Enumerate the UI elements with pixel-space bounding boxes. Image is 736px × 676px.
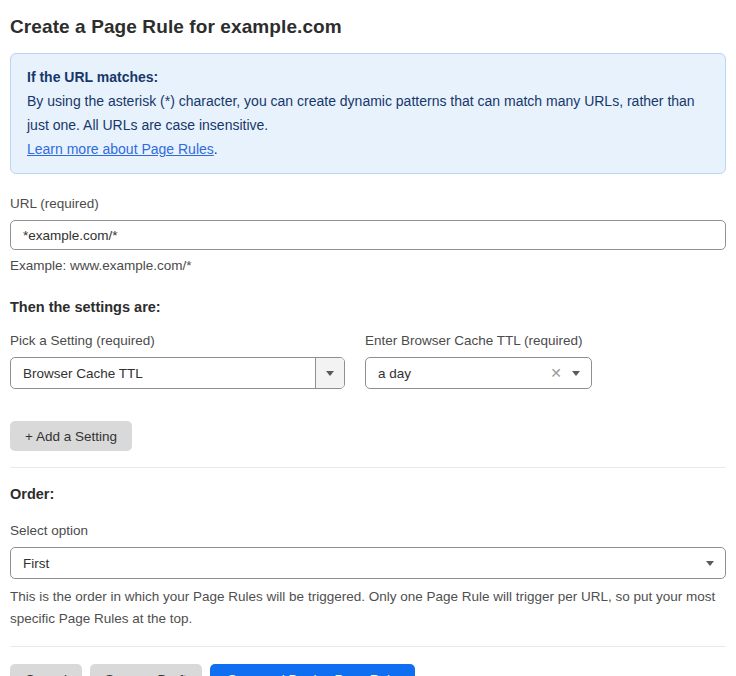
page-title: Create a Page Rule for example.com — [10, 16, 726, 38]
order-heading: Order: — [10, 486, 726, 502]
order-select[interactable]: First — [10, 547, 726, 579]
pick-setting-label: Pick a Setting (required) — [10, 333, 345, 348]
add-setting-button[interactable]: + Add a Setting — [10, 421, 132, 451]
caret-down-icon — [706, 561, 714, 566]
form-actions: Cancel Save as Draft Save and Deploy Pag… — [10, 664, 726, 676]
url-section: URL (required) Example: www.example.com/… — [10, 196, 726, 273]
pick-setting-field: Pick a Setting (required) Browser Cache … — [10, 333, 345, 389]
settings-row: Pick a Setting (required) Browser Cache … — [10, 333, 726, 389]
settings-heading: Then the settings are: — [10, 299, 726, 315]
ttl-value: a day — [366, 366, 546, 381]
settings-section: Then the settings are: Pick a Setting (r… — [10, 299, 726, 451]
url-match-info-box: If the URL matches: By using the asteris… — [10, 53, 726, 174]
learn-more-link[interactable]: Learn more about Page Rules — [27, 141, 214, 157]
ttl-dropdown[interactable]: a day ✕ — [365, 357, 592, 389]
caret-down-icon — [326, 371, 334, 376]
url-helper-text: Example: www.example.com/* — [10, 258, 726, 273]
order-helper-text: This is the order in which your Page Rul… — [10, 586, 726, 630]
caret-down-icon — [572, 371, 580, 376]
footer-divider — [10, 646, 726, 647]
link-suffix: . — [214, 141, 218, 157]
info-box-body: By using the asterisk (*) character, you… — [27, 89, 709, 137]
order-select-value: First — [11, 556, 706, 571]
info-box-heading: If the URL matches: — [27, 65, 709, 89]
section-divider — [10, 467, 726, 468]
save-draft-button[interactable]: Save as Draft — [90, 664, 202, 676]
ttl-field: Enter Browser Cache TTL (required) a day… — [365, 333, 592, 389]
ttl-caret-button[interactable] — [572, 371, 591, 376]
url-input[interactable] — [10, 220, 726, 250]
url-label: URL (required) — [10, 196, 726, 211]
ttl-label: Enter Browser Cache TTL (required) — [365, 333, 592, 348]
pick-setting-caret-button[interactable] — [315, 358, 344, 388]
save-deploy-button[interactable]: Save and Deploy Page Rule — [210, 664, 416, 676]
select-option-label: Select option — [10, 523, 726, 538]
cancel-button[interactable]: Cancel — [10, 664, 82, 676]
pick-setting-dropdown[interactable]: Browser Cache TTL — [10, 357, 345, 389]
clear-icon[interactable]: ✕ — [546, 366, 572, 380]
order-select-caret[interactable] — [706, 561, 725, 566]
pick-setting-value: Browser Cache TTL — [11, 366, 315, 381]
page-rule-form: Create a Page Rule for example.com If th… — [0, 0, 736, 676]
order-section: Order: Select option First This is the o… — [10, 486, 726, 630]
info-box-link-line: Learn more about Page Rules. — [27, 137, 709, 161]
